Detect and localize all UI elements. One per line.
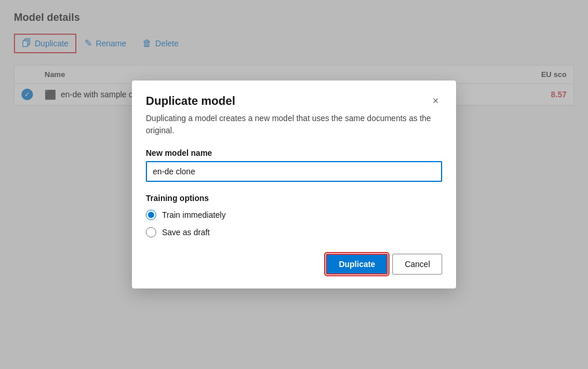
- modal-description: Duplicating a model creates a new model …: [146, 112, 442, 137]
- train-immediately-label: Train immediately: [162, 210, 226, 220]
- training-options-label: Training options: [146, 193, 442, 203]
- modal-header: Duplicate model ×: [146, 94, 442, 108]
- cancel-button[interactable]: Cancel: [392, 254, 442, 275]
- modal-title: Duplicate model: [146, 94, 235, 108]
- save-as-draft-option[interactable]: Save as draft: [146, 227, 442, 238]
- modal-footer: Duplicate Cancel: [146, 254, 442, 275]
- save-as-draft-radio[interactable]: [146, 227, 156, 238]
- train-immediately-option[interactable]: Train immediately: [146, 210, 442, 220]
- modal-overlay: Duplicate model × Duplicating a model cr…: [0, 0, 588, 369]
- model-name-label: New model name: [146, 148, 442, 158]
- duplicate-modal: Duplicate model × Duplicating a model cr…: [132, 81, 456, 288]
- duplicate-confirm-button[interactable]: Duplicate: [326, 254, 388, 275]
- save-as-draft-label: Save as draft: [162, 228, 210, 237]
- train-immediately-radio[interactable]: [146, 210, 156, 220]
- close-button[interactable]: ×: [429, 94, 442, 107]
- model-name-input[interactable]: [146, 161, 442, 182]
- training-options-group: Train immediately Save as draft: [146, 210, 442, 238]
